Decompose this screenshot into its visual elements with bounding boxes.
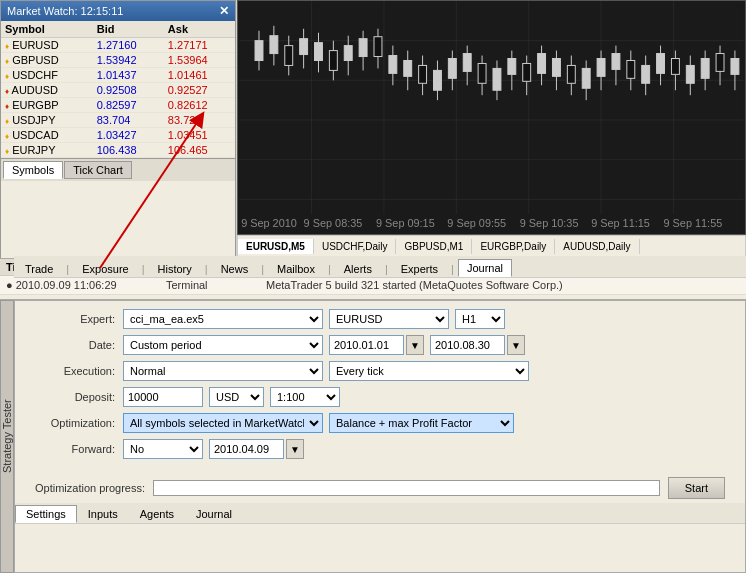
svg-text:9 Sep 08:35: 9 Sep 08:35 [304,217,363,229]
strategy-tester-panel: Expert: cci_ma_ea.ex5 EURUSD H1 Date: Cu… [14,300,746,573]
bid-cell: 0.92508 [93,83,164,98]
terminal-tab-trade[interactable]: Trade [16,260,62,277]
market-row[interactable]: ♦ USDCAD 1.03427 1.03451 [1,128,235,143]
terminal-tabs-row: Trade | Exposure | History | News | Mail… [14,256,746,278]
svg-rect-55 [567,65,575,83]
market-watch-title: Market Watch: 12:15:11 ✕ [1,1,235,21]
market-row[interactable]: ♦ USDJPY 83.704 83.720 [1,113,235,128]
log-msg: MetaTrader 5 build 321 started (MetaQuot… [266,279,740,291]
market-row[interactable]: ♦ AUDUSD 0.92508 0.92527 [1,83,235,98]
market-row[interactable]: ♦ GBPUSD 1.53942 1.53964 [1,53,235,68]
forward-date-calendar[interactable]: ▼ [286,439,304,459]
svg-rect-71 [686,65,694,83]
bid-cell: 1.27160 [93,38,164,53]
terminal-tab-experts[interactable]: Experts [392,260,447,277]
date-label: Date: [35,339,115,351]
terminal-tab-exposure[interactable]: Exposure [73,260,137,277]
bid-cell: 0.82597 [93,98,164,113]
bid-cell: 1.01437 [93,68,164,83]
strategy-tester-side-label: Strategy Tester [0,300,14,573]
symbol-cell: ♦ USDCHF [1,68,93,83]
market-row[interactable]: ♦ EURUSD 1.27160 1.27171 [1,38,235,53]
svg-rect-37 [433,70,441,90]
ask-cell: 1.27171 [164,38,235,53]
date-to-calendar[interactable]: ▼ [507,335,525,355]
chart-tab-usdchf-daily[interactable]: USDCHF,Daily [314,239,397,254]
symbol-cell: ♦ USDCAD [1,128,93,143]
execution-select[interactable]: Normal [123,361,323,381]
market-table: Symbol Bid Ask ♦ EURUSD 1.27160 1.27171 … [1,21,235,158]
deposit-row: Deposit: USD 1:100 [35,387,725,407]
optimization-criterion-select[interactable]: Balance + max Profit Factor [329,413,514,433]
market-row[interactable]: ♦ USDCHF 1.01437 1.01461 [1,68,235,83]
leverage-select[interactable]: 1:100 [270,387,340,407]
symbol-cell: ♦ AUDUSD [1,83,93,98]
date-to-input[interactable] [430,335,505,355]
tester-tab-agents[interactable]: Agents [129,505,185,523]
symbol-cell: ♦ USDJPY [1,113,93,128]
timeframe-select[interactable]: H1 [455,309,505,329]
model-select[interactable]: Every tick [329,361,529,381]
optimization-select[interactable]: All symbols selected in MarketWatch [123,413,323,433]
date-from-calendar[interactable]: ▼ [406,335,424,355]
date-from-input[interactable] [329,335,404,355]
execution-row: Execution: Normal Every tick [35,361,725,381]
bid-cell: 1.53942 [93,53,164,68]
tab-tick-chart[interactable]: Tick Chart [64,161,132,179]
bid-cell: 1.03427 [93,128,164,143]
svg-text:9 Sep 11:15: 9 Sep 11:15 [591,217,650,229]
svg-rect-77 [731,59,739,75]
ask-cell: 1.01461 [164,68,235,83]
optimization-label: Optimization: [35,417,115,429]
market-watch-close[interactable]: ✕ [219,4,229,18]
ask-cell: 106.465 [164,143,235,158]
ask-cell: 0.92527 [164,83,235,98]
forward-select[interactable]: No [123,439,203,459]
terminal-tab-mailbox[interactable]: Mailbox [268,260,324,277]
svg-rect-33 [404,60,412,76]
svg-rect-15 [270,36,278,54]
expert-select[interactable]: cci_ma_ea.ex5 [123,309,323,329]
tab-symbols[interactable]: Symbols [3,161,63,179]
optimization-row: Optimization: All symbols selected in Ma… [35,413,725,433]
market-row[interactable]: ♦ EURGBP 0.82597 0.82612 [1,98,235,113]
date-select[interactable]: Custom period [123,335,323,355]
chart-area[interactable]: 9 Sep 2010 9 Sep 08:35 9 Sep 09:15 9 Sep… [237,0,746,235]
deposit-input[interactable] [123,387,203,407]
start-button[interactable]: Start [668,477,725,499]
bid-cell: 106.438 [93,143,164,158]
forward-date-input[interactable] [209,439,284,459]
terminal-tab-news[interactable]: News [212,260,258,277]
expert-label: Expert: [35,313,115,325]
terminal-tab-alerts[interactable]: Alerts [335,260,381,277]
chart-tab-eurgbp-daily[interactable]: EURGBP,Daily [472,239,555,254]
terminal-tab-history[interactable]: History [149,260,201,277]
market-row[interactable]: ♦ EURJPY 106.438 106.465 [1,143,235,158]
chart-tab-eurusd-m5[interactable]: EURUSD,M5 [238,239,314,254]
svg-text:9 Sep 2010: 9 Sep 2010 [241,217,297,229]
currency-select[interactable]: USD [209,387,264,407]
market-watch-title-text: Market Watch: 12:15:11 [7,5,123,17]
svg-rect-43 [478,63,486,83]
svg-rect-31 [389,56,397,74]
svg-rect-75 [716,54,724,72]
svg-rect-51 [538,54,546,74]
chart-tab-gbpusd-m1[interactable]: GBPUSD,M1 [396,239,472,254]
svg-rect-39 [448,59,456,79]
tester-tab-journal[interactable]: Journal [185,505,243,523]
expert-row: Expert: cci_ma_ea.ex5 EURUSD H1 [35,309,725,329]
col-symbol: Symbol [1,21,93,38]
svg-rect-13 [255,41,263,61]
chart-tab-audusd-daily[interactable]: AUDUSD,Daily [555,239,639,254]
tester-tab-settings[interactable]: Settings [15,505,77,523]
price-chart: 9 Sep 2010 9 Sep 08:35 9 Sep 09:15 9 Sep… [238,1,745,234]
svg-text:9 Sep 11:55: 9 Sep 11:55 [664,217,723,229]
svg-rect-23 [329,51,337,71]
symbol-select[interactable]: EURUSD [329,309,449,329]
symbol-cell: ♦ EURGBP [1,98,93,113]
tester-tab-inputs[interactable]: Inputs [77,505,129,523]
svg-rect-69 [671,59,679,75]
ask-cell: 1.53964 [164,53,235,68]
terminal-tab-journal[interactable]: Journal [458,259,512,277]
progress-label: Optimization progress: [35,482,145,494]
